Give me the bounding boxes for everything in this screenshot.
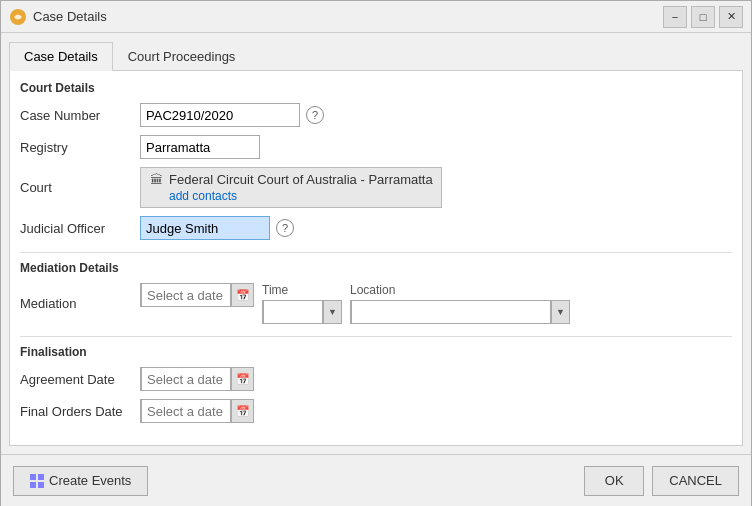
final-orders-date-input[interactable]	[141, 399, 231, 423]
svg-rect-2	[38, 474, 44, 480]
svg-rect-4	[38, 482, 44, 488]
final-orders-calendar-icon[interactable]: 📅	[231, 400, 253, 422]
mediation-label: Mediation	[20, 296, 140, 311]
court-building-icon: 🏛	[149, 173, 163, 187]
final-orders-date-field: 📅	[140, 399, 254, 423]
time-dropdown-arrow[interactable]: ▼	[323, 301, 341, 323]
row-case-number: Case Number ?	[20, 103, 732, 127]
final-orders-date-picker[interactable]: 📅	[140, 399, 254, 423]
create-events-button[interactable]: Create Events	[13, 466, 148, 496]
panel-case-details: Court Details Case Number ? Registry	[9, 71, 743, 446]
time-label: Time	[262, 283, 342, 297]
tab-case-details[interactable]: Case Details	[9, 42, 113, 71]
svg-rect-3	[30, 482, 36, 488]
tab-bar: Case Details Court Proceedings	[9, 41, 743, 71]
tab-court-proceedings[interactable]: Court Proceedings	[113, 42, 251, 71]
finalisation-title: Finalisation	[20, 345, 732, 359]
agreement-date-field: 📅	[140, 367, 254, 391]
mediation-date-calendar-icon[interactable]: 📅	[231, 284, 253, 306]
location-dropdown-arrow[interactable]: ▼	[551, 301, 569, 323]
case-details-window: Case Details − □ ✕ Case Details Court Pr…	[0, 0, 752, 506]
case-number-help-icon[interactable]: ?	[306, 106, 324, 124]
window-controls: − □ ✕	[663, 6, 743, 28]
judicial-officer-input[interactable]	[140, 216, 270, 240]
minimize-button[interactable]: −	[663, 6, 687, 28]
section-court-details: Court Details Case Number ? Registry	[20, 81, 732, 240]
judicial-officer-help-icon[interactable]: ?	[276, 219, 294, 237]
row-final-orders-date: Final Orders Date 📅	[20, 399, 732, 423]
row-registry: Registry	[20, 135, 732, 159]
registry-field	[140, 135, 260, 159]
cancel-button[interactable]: CANCEL	[652, 466, 739, 496]
mediation-location-group: Location ▼	[350, 283, 570, 324]
mediation-title: Mediation Details	[20, 261, 732, 275]
mediation-date-group: 📅	[140, 283, 254, 307]
mediation-location-input[interactable]	[351, 300, 551, 324]
close-button[interactable]: ✕	[719, 6, 743, 28]
case-number-label: Case Number	[20, 108, 140, 123]
case-number-input[interactable]	[140, 103, 300, 127]
app-icon	[9, 8, 27, 26]
agreement-date-input[interactable]	[141, 367, 231, 391]
add-contacts-link[interactable]: add contacts	[169, 189, 433, 203]
mediation-time-field[interactable]: ▼	[262, 300, 342, 324]
footer-left: Create Events	[13, 466, 584, 496]
case-number-field: ?	[140, 103, 324, 127]
registry-label: Registry	[20, 140, 140, 155]
svg-rect-1	[30, 474, 36, 480]
final-orders-date-label: Final Orders Date	[20, 404, 140, 419]
agreement-date-label: Agreement Date	[20, 372, 140, 387]
row-mediation: Mediation 📅 Time	[20, 283, 732, 324]
court-label: Court	[20, 180, 140, 195]
court-name: Federal Circuit Court of Australia - Par…	[169, 172, 433, 187]
agreement-date-calendar-icon[interactable]: 📅	[231, 368, 253, 390]
titlebar: Case Details − □ ✕	[1, 1, 751, 33]
footer-right: OK CANCEL	[584, 466, 739, 496]
row-court: Court 🏛 Federal Circuit Court of Austral…	[20, 167, 732, 208]
mediation-date-input[interactable]	[141, 283, 231, 307]
agreement-date-picker[interactable]: 📅	[140, 367, 254, 391]
maximize-button[interactable]: □	[691, 6, 715, 28]
ok-button[interactable]: OK	[584, 466, 644, 496]
mediation-time-input[interactable]	[263, 300, 323, 324]
section-finalisation: Finalisation Agreement Date 📅 Final Orde…	[20, 345, 732, 423]
row-judicial-officer: Judicial Officer ?	[20, 216, 732, 240]
main-content: Case Details Court Proceedings Court Det…	[1, 33, 751, 454]
court-header: 🏛 Federal Circuit Court of Australia - P…	[149, 172, 433, 187]
mediation-time-group: Time ▼	[262, 283, 342, 324]
registry-input[interactable]	[140, 135, 260, 159]
section-mediation: Mediation Details Mediation 📅	[20, 261, 732, 324]
mediation-date-field[interactable]: 📅	[140, 283, 254, 307]
mediation-location-field[interactable]: ▼	[350, 300, 570, 324]
court-dropdown[interactable]: 🏛 Federal Circuit Court of Australia - P…	[140, 167, 442, 208]
footer: Create Events OK CANCEL	[1, 454, 751, 506]
court-details-title: Court Details	[20, 81, 732, 95]
judicial-officer-field: ?	[140, 216, 294, 240]
grid-icon	[30, 474, 44, 488]
location-label: Location	[350, 283, 570, 297]
window-title: Case Details	[33, 9, 663, 24]
row-agreement-date: Agreement Date 📅	[20, 367, 732, 391]
judicial-officer-label: Judicial Officer	[20, 221, 140, 236]
